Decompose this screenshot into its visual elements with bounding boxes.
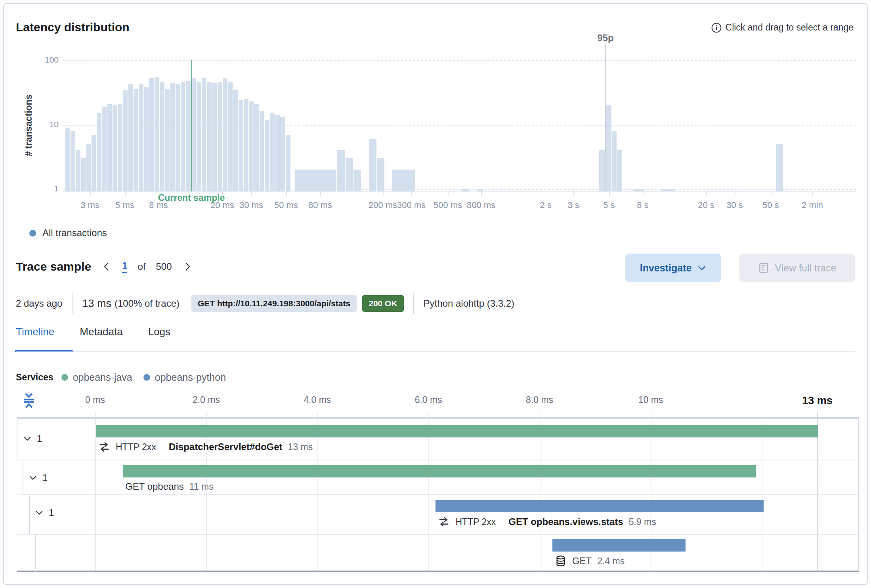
histogram-bar[interactable] [462, 189, 469, 191]
histogram-bar[interactable] [113, 105, 117, 191]
histogram-bar[interactable] [160, 82, 164, 191]
histogram-bar[interactable] [346, 158, 353, 191]
service-legend-opbeans-python[interactable]: opbeans-python [143, 372, 226, 383]
histogram-bar[interactable] [286, 135, 290, 191]
row-collapse-toggle[interactable]: 1 [23, 433, 42, 444]
histogram-bar[interactable] [337, 150, 345, 191]
histogram-bar[interactable] [612, 131, 617, 191]
services-label: Services [16, 372, 53, 383]
histogram-bar[interactable] [239, 100, 243, 191]
span-name: GET [572, 556, 592, 567]
x-tick-label: 2 min [802, 200, 823, 210]
histogram-bar[interactable] [71, 131, 75, 191]
histogram-bar[interactable] [776, 144, 783, 191]
histogram-bar[interactable] [605, 105, 611, 191]
histogram-bar[interactable] [228, 82, 233, 191]
tab-metadata[interactable]: Metadata [80, 326, 122, 348]
x-tick-label: 50 ms [274, 200, 298, 210]
all-transactions-label: All transactions [42, 227, 107, 239]
histogram-bar[interactable] [102, 107, 107, 191]
histogram-bar[interactable] [181, 82, 185, 191]
histogram-bar[interactable] [197, 82, 201, 191]
x-tick-mark [812, 191, 813, 196]
histogram-bar[interactable] [392, 170, 415, 191]
waterfall-row[interactable]: 1HTTP 2xxGET opbeans.views.stats5.9 ms [17, 495, 858, 535]
histogram-bar[interactable] [97, 113, 101, 191]
histogram-bar[interactable] [254, 104, 259, 191]
pager-current-page[interactable]: 1 [122, 260, 127, 273]
histogram-bar[interactable] [353, 170, 361, 191]
histogram-bar[interactable] [118, 104, 122, 191]
span-bar-opbeans-java[interactable] [96, 425, 818, 437]
histogram-bar[interactable] [617, 150, 622, 191]
tab-timeline[interactable]: Timeline [16, 326, 54, 348]
fold-timeline-icon[interactable] [21, 391, 37, 410]
histogram-bar[interactable] [275, 115, 280, 191]
waterfall-row[interactable]: 1GET opbeans11 ms [17, 460, 858, 495]
x-tick-mark [771, 191, 772, 196]
histogram-bar[interactable] [244, 99, 248, 191]
pager-prev-icon[interactable] [101, 261, 112, 273]
histogram-bar[interactable] [128, 84, 133, 191]
span-label[interactable]: GET2.4 ms [555, 555, 625, 567]
histogram-bar[interactable] [369, 139, 376, 191]
histogram-bar[interactable] [265, 120, 269, 191]
histogram-bar[interactable] [76, 150, 80, 191]
waterfall-row[interactable]: 1HTTP 2xxDispatcherServlet#doGet13 ms [17, 418, 858, 460]
histogram-bar[interactable] [86, 144, 91, 191]
span-bar-opbeans-python[interactable] [436, 500, 763, 512]
histogram-bar[interactable] [599, 150, 605, 191]
waterfall-row[interactable]: GET2.4 ms [17, 535, 858, 572]
histogram-bar[interactable] [270, 113, 275, 191]
span-bar-opbeans-python[interactable] [552, 539, 686, 552]
histogram-bar[interactable] [218, 82, 222, 191]
histogram-bar[interactable] [260, 111, 264, 191]
x-tick-label: 300 ms [397, 200, 426, 210]
histogram-bar[interactable] [233, 90, 238, 191]
histogram-bar[interactable] [139, 84, 143, 191]
histogram-bar[interactable] [144, 87, 149, 191]
pager-next-icon[interactable] [182, 261, 193, 273]
histogram-bar[interactable] [478, 189, 483, 191]
histogram-bar[interactable] [92, 135, 96, 191]
histogram-bar[interactable] [165, 89, 170, 191]
histogram-bar[interactable] [633, 189, 644, 191]
histogram-bar[interactable] [81, 158, 86, 191]
span-bar-opbeans-java[interactable] [123, 465, 756, 477]
histogram-bar[interactable] [223, 78, 227, 191]
latency-histogram[interactable]: # transactions 1001013 ms5 ms8 ms20 ms30… [0, 0, 871, 222]
tab-logs[interactable]: Logs [148, 326, 170, 348]
span-duration: 5.9 ms [629, 517, 656, 527]
histogram-bar[interactable] [65, 128, 70, 191]
investigate-button[interactable]: Investigate [625, 254, 721, 282]
histogram-bar[interactable] [176, 84, 180, 191]
histogram-bar[interactable] [155, 77, 159, 191]
x-tick-mark [90, 191, 91, 196]
histogram-bar[interactable] [280, 117, 285, 191]
histogram-bar[interactable] [170, 83, 175, 191]
histogram-bar[interactable] [134, 89, 138, 191]
trace-sample-title: Trace sample [16, 260, 91, 273]
view-full-trace-button[interactable]: View full trace [739, 254, 855, 282]
histogram-bar[interactable] [202, 78, 206, 191]
child-count: 1 [37, 433, 42, 444]
histogram-bar[interactable] [107, 104, 112, 191]
database-icon [555, 555, 567, 567]
histogram-bar[interactable] [661, 189, 675, 191]
span-label[interactable]: HTTP 2xxGET opbeans.views.stats5.9 ms [438, 516, 656, 528]
histogram-bar[interactable] [207, 82, 212, 191]
histogram-bar[interactable] [123, 90, 128, 191]
histogram-bar[interactable] [212, 83, 217, 191]
divider [413, 293, 414, 314]
histogram-bar[interactable] [377, 158, 384, 191]
histogram-bar[interactable] [186, 81, 191, 191]
span-label[interactable]: HTTP 2xxDispatcherServlet#doGet13 ms [98, 441, 313, 453]
row-collapse-toggle[interactable]: 1 [34, 507, 54, 518]
histogram-bar[interactable] [149, 78, 154, 191]
status-badge: 200 OK [362, 295, 403, 312]
histogram-bar[interactable] [295, 170, 336, 191]
row-collapse-toggle[interactable]: 1 [28, 472, 48, 483]
service-legend-opbeans-java[interactable]: opbeans-java [61, 372, 132, 383]
histogram-bar[interactable] [249, 101, 254, 191]
span-label[interactable]: GET opbeans11 ms [125, 481, 214, 492]
